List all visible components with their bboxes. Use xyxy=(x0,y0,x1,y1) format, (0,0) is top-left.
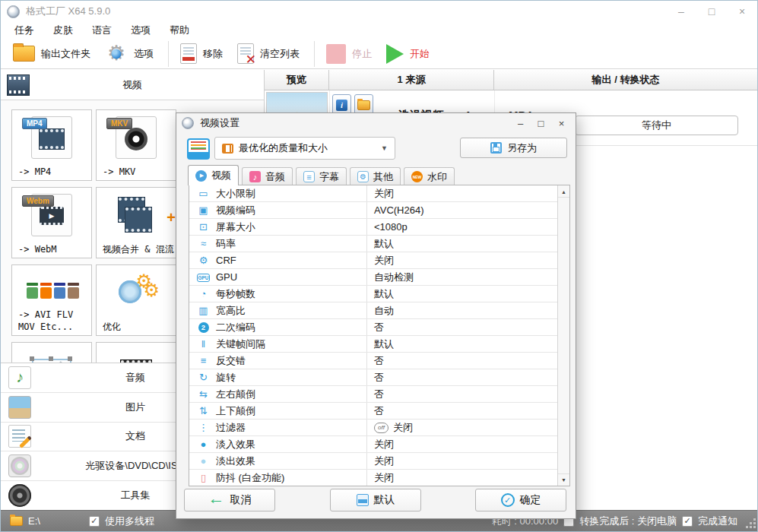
tab-label: 视频 xyxy=(211,169,231,182)
tab-audio[interactable]: ♪音频 xyxy=(242,167,293,185)
setting-two-pass[interactable]: 2二次编码否 xyxy=(189,319,557,336)
setting-filter[interactable]: ⋮过滤器off关闭 xyxy=(189,420,557,436)
menu-item-options[interactable]: 选项 xyxy=(131,24,151,37)
options-button[interactable]: ⚙ 选项 xyxy=(105,43,154,64)
setting-name: 大小限制 xyxy=(216,187,255,201)
close-icon[interactable]: × xyxy=(727,1,757,22)
profile-film-icon xyxy=(222,144,233,154)
scrollbar[interactable]: ▲ ▼ xyxy=(557,185,569,486)
tile-mkv[interactable]: MKV-> MKV xyxy=(96,109,176,181)
setting-fade-out[interactable]: ●淡出效果关闭 xyxy=(189,453,557,470)
dialog-titlebar: 视频设置 – □ × xyxy=(176,113,576,133)
dialog-minimize-icon[interactable]: – xyxy=(510,115,531,131)
menu-item-help[interactable]: 帮助 xyxy=(170,24,189,37)
off-badge-icon: off xyxy=(374,423,389,433)
stop-button[interactable]: 停止 xyxy=(326,44,372,64)
multithread-checkbox[interactable]: ✓ xyxy=(89,516,100,527)
save-as-button[interactable]: 另存为 xyxy=(460,138,567,158)
scroll-down-icon[interactable]: ▼ xyxy=(558,473,569,485)
notify-checkbox[interactable]: ✓ xyxy=(682,516,693,527)
tile-merge[interactable]: 视频合并 & 混流 xyxy=(96,187,176,258)
menu-bar: 任务皮肤语言选项帮助 xyxy=(1,22,757,39)
tile-label: -> AVI FLV MOV Etc... xyxy=(18,309,90,333)
setting-bitrate[interactable]: ≈码率默认 xyxy=(189,236,557,252)
tile-webm[interactable]: Webm-> WebM xyxy=(11,187,92,258)
tile-mp4[interactable]: MP4-> MP4 xyxy=(11,109,92,181)
audio-icon xyxy=(8,366,31,389)
setting-label: ⊡屏幕大小 xyxy=(189,219,367,235)
setting-aspect-ratio[interactable]: ▥宽高比自动 xyxy=(189,302,557,319)
setting-flip-vertical[interactable]: ⇅上下颠倒否 xyxy=(189,403,557,420)
setting-keyframe-interval[interactable]: ‖关键帧间隔默认 xyxy=(189,336,557,353)
output-folder-button[interactable]: 输出文件夹 xyxy=(13,46,90,62)
tab-video[interactable]: ▶视频 xyxy=(188,165,239,185)
minimize-icon[interactable]: – xyxy=(666,1,696,22)
cancel-button[interactable]: ← 取消 xyxy=(184,489,275,511)
menu-item-tasks[interactable]: 任务 xyxy=(14,24,34,37)
quality-profile-select[interactable]: 最优化的质量和大小 ▼ xyxy=(214,137,395,160)
setting-flip-horizontal[interactable]: ⇆左右颠倒否 xyxy=(189,386,557,403)
setting-stabilize[interactable]: ▯防抖 (白金功能)关闭 xyxy=(189,470,557,486)
column-source[interactable]: 1 来源 xyxy=(329,70,494,90)
deinterlace-icon: ≡ xyxy=(197,355,210,367)
options-label: 选项 xyxy=(134,47,154,61)
video-section-header[interactable]: 视频 xyxy=(1,70,264,100)
tab-subtitle[interactable]: ≡字幕 xyxy=(296,167,347,185)
tab-label: 其他 xyxy=(373,170,393,184)
tab-label: 水印 xyxy=(427,170,447,184)
tile-multi[interactable]: -> AVI FLV MOV Etc... xyxy=(11,264,92,336)
setting-fade-in[interactable]: ●淡入效果关闭 xyxy=(189,436,557,453)
setting-deinterlace[interactable]: ≡反交错否 xyxy=(189,353,557,369)
setting-value: 关闭 xyxy=(367,470,557,486)
setting-fps[interactable]: ◔每秒帧数默认 xyxy=(189,286,557,302)
setting-name: 左右颠倒 xyxy=(216,388,255,401)
dialog-maximize-icon[interactable]: □ xyxy=(531,115,551,131)
tab-other[interactable]: ⚙其他 xyxy=(350,167,401,185)
check-icon: ✓ xyxy=(683,517,690,525)
setting-rotate[interactable]: ↻旋转否 xyxy=(189,369,557,386)
setting-label: ●淡入效果 xyxy=(189,436,367,452)
setting-label: ▥宽高比 xyxy=(189,302,367,318)
setting-screen-size[interactable]: ⊡屏幕大小<1080p xyxy=(189,219,557,236)
clear-list-button[interactable]: 清空列表 xyxy=(237,43,300,64)
clear-list-icon xyxy=(237,43,254,64)
setting-video-codec[interactable]: ▣视频编码AVC(H264) xyxy=(189,202,557,219)
setting-value: 关闭 xyxy=(367,185,557,201)
setting-name: 上下颠倒 xyxy=(216,404,255,418)
optimize-icon xyxy=(119,275,154,307)
menu-item-language[interactable]: 语言 xyxy=(92,24,112,37)
tab-label: 字幕 xyxy=(319,170,339,184)
setting-label: ≡反交错 xyxy=(189,353,367,369)
setting-value: 默认 xyxy=(367,336,557,352)
clear-list-label: 清空列表 xyxy=(260,47,300,61)
tab-watermark[interactable]: NEW水印 xyxy=(404,167,455,185)
output-path[interactable]: E:\ xyxy=(28,515,40,527)
column-preview[interactable]: 预览 xyxy=(265,70,329,90)
setting-value: 否 xyxy=(367,386,557,402)
setting-name: 反交错 xyxy=(216,354,246,368)
setting-name: 淡出效果 xyxy=(216,454,255,468)
maximize-icon[interactable]: □ xyxy=(696,1,727,22)
scroll-up-icon[interactable]: ▲ xyxy=(558,186,569,198)
remove-label: 移除 xyxy=(203,47,223,61)
settings-table: ▭大小限制关闭▣视频编码AVC(H264)⊡屏幕大小<1080p≈码率默认⚙CR… xyxy=(189,185,570,486)
start-button[interactable]: 开始 xyxy=(386,44,430,64)
mkv-icon xyxy=(125,128,147,150)
tile-label: -> MKV xyxy=(103,166,175,178)
gpu-icon: GPU xyxy=(197,274,210,282)
ok-button[interactable]: ✓ 确定 xyxy=(475,489,566,511)
menu-item-skin[interactable]: 皮肤 xyxy=(53,24,73,37)
column-output-status[interactable]: 输出 / 转换状态 xyxy=(494,70,757,90)
dialog-close-icon[interactable]: × xyxy=(551,115,572,131)
tile-optimize[interactable]: 优化 xyxy=(96,264,176,336)
setting-gpu[interactable]: GPUGPU自动检测 xyxy=(189,269,557,286)
resize-grip[interactable] xyxy=(750,522,752,524)
setting-crf[interactable]: ⚙CRF关闭 xyxy=(189,252,557,269)
setting-size-limit[interactable]: ▭大小限制关闭 xyxy=(189,185,557,202)
default-button[interactable]: 默认 xyxy=(330,489,421,511)
remove-button[interactable]: 移除 xyxy=(180,43,223,64)
cancel-label: 取消 xyxy=(230,493,252,507)
folder-icon xyxy=(357,100,370,110)
app-window: 格式工厂 X64 5.9.0 – □ × 任务皮肤语言选项帮助 输出文件夹 ⚙ … xyxy=(0,0,758,532)
setting-value-text: AVC(H264) xyxy=(374,204,424,216)
